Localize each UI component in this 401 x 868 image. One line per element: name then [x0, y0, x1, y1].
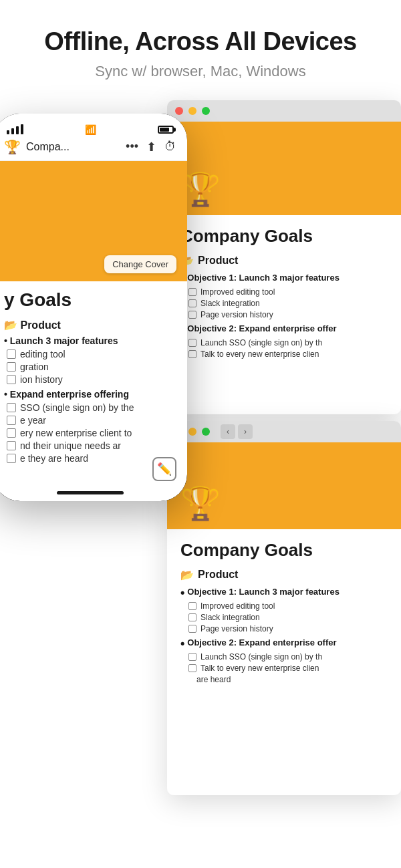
- checkbox-year-label: e year: [20, 415, 46, 426]
- browser-section-label-1: Product: [198, 255, 238, 267]
- more-icon[interactable]: •••: [126, 140, 138, 154]
- browser-cb-box-history-2[interactable]: [188, 625, 196, 633]
- phone-home-bar: [57, 491, 124, 494]
- browser-cb-slack-2: Slack integration: [180, 613, 388, 622]
- browser-cb-editing-1: Improved editing tool: [180, 287, 388, 297]
- browser-cb-box-client-1[interactable]: [188, 350, 196, 358]
- browser-trophy-icon-2: 🏆: [180, 485, 221, 523]
- browser-cb-history-2: Page version history: [180, 624, 388, 633]
- browser-cb-heard-2: are heard: [180, 675, 388, 684]
- browser-cb-box-client-2[interactable]: [188, 664, 196, 672]
- browser-cb-label-slack-2: Slack integration: [200, 613, 260, 622]
- section-icon: 📂: [4, 319, 20, 331]
- checkbox-slack-box[interactable]: [7, 362, 16, 372]
- browser-page-title-2: Company Goals: [180, 540, 388, 561]
- browser-cb-box-sso-1[interactable]: [188, 339, 196, 347]
- change-cover-button[interactable]: Change Cover: [104, 255, 176, 273]
- browser-cb-box-history-1[interactable]: [188, 311, 196, 319]
- checkbox-history-label: ion history: [20, 374, 63, 385]
- phone-checkbox-needs: nd their unique needs ar: [4, 440, 176, 451]
- browser-cb-box-slack-2[interactable]: [188, 613, 196, 621]
- phone-objective-2: • Expand enterprise offering: [4, 389, 176, 400]
- browser-cb-box-editing-2[interactable]: [188, 602, 196, 610]
- checkbox-needs-label: nd their unique needs ar: [20, 440, 121, 451]
- checkbox-needs-box[interactable]: [7, 441, 16, 450]
- browser-cb-sso-2: Launch SSO (single sign on) by th: [180, 652, 388, 662]
- phone-mockup: 📶 🏆 Compa... ••• ⬆ ⏱ Change Cover: [0, 114, 187, 501]
- phone-checkbox-heard: e they are heard: [4, 453, 176, 464]
- phone-checkbox-history: ion history: [4, 374, 176, 385]
- compose-button[interactable]: ✏️: [152, 457, 176, 481]
- checkbox-sso-box[interactable]: [7, 403, 16, 412]
- browser-cb-sso-1: Launch SSO (single sign on) by th: [180, 338, 388, 347]
- browser-objective-2-2: • Objective 2: Expand enterprise offer: [180, 637, 388, 649]
- browser-back-btn[interactable]: ‹: [221, 424, 235, 439]
- browser-forward-btn[interactable]: ›: [238, 424, 253, 439]
- browser-section-icon-2: 📂: [180, 569, 194, 581]
- phone-cover: Change Cover: [0, 161, 187, 281]
- browser-window-1: 🏆 Company Goals 📂 Product • Objective 1:…: [167, 100, 401, 414]
- checkbox-client-box[interactable]: [7, 428, 16, 438]
- phone-checkbox-year: e year: [4, 415, 176, 426]
- phone-checkbox-client: ery new enterprise client to: [4, 428, 176, 438]
- phone-doc-content: y Goals 📂 Product • Launch 3 major featu…: [0, 281, 187, 474]
- main-title: Offline, Across All Devices: [13, 27, 388, 57]
- signal-bar-4: [21, 124, 23, 134]
- bullet-icon: •: [4, 335, 10, 346]
- share-icon[interactable]: ⬆: [146, 140, 156, 154]
- browser-cb-label-editing-2: Improved editing tool: [200, 601, 275, 611]
- browser-cb-history-1: Page version history: [180, 310, 388, 319]
- browser-objective-1-2: • Objective 1: Launch 3 major features: [180, 587, 388, 599]
- phone-checkbox-editing: editing tool: [4, 349, 176, 359]
- browser-page-title-1: Company Goals: [180, 226, 388, 247]
- browser-cover-2: 🏆: [167, 442, 401, 529]
- browser-cb-label-client-1: Talk to every new enterprise clien: [200, 349, 319, 359]
- phone-screen: 📶 🏆 Compa... ••• ⬆ ⏱ Change Cover: [0, 114, 187, 501]
- checkbox-editing-label: editing tool: [20, 349, 65, 359]
- minimize-dot-2[interactable]: [188, 428, 196, 436]
- browser-doc-2: Company Goals 📂 Product • Objective 1: L…: [167, 529, 401, 697]
- bullet-icon-2: •: [4, 389, 10, 400]
- browser-titlebar-2: ‹ ›: [167, 421, 401, 442]
- browser-window-2: ‹ › 🏆 Company Goals 📂 Product • Objectiv…: [167, 421, 401, 795]
- tab-trophy-icon: 🏆: [4, 139, 21, 155]
- browser-obj1-label-1: Objective 1: Launch 3 major features: [187, 273, 340, 283]
- checkbox-history-box[interactable]: [7, 375, 16, 384]
- browser-section-2: 📂 Product: [180, 569, 388, 581]
- browser-cb-box-slack-1[interactable]: [188, 299, 196, 307]
- devices-container: 📶 🏆 Compa... ••• ⬆ ⏱ Change Cover: [0, 100, 401, 815]
- browser-cb-slack-1: Slack integration: [180, 299, 388, 308]
- browser-doc-1: Company Goals 📂 Product • Objective 1: L…: [167, 215, 401, 372]
- close-dot-1[interactable]: [175, 107, 183, 115]
- checkbox-heard-box[interactable]: [7, 454, 16, 463]
- checkbox-editing-box[interactable]: [7, 349, 16, 359]
- browser-cb-client-2: Talk to every new enterprise clien: [180, 664, 388, 673]
- header-section: Offline, Across All Devices Sync w/ brow…: [0, 0, 401, 94]
- maximize-dot-2[interactable]: [202, 428, 210, 436]
- phone-status-bar: 📶: [0, 120, 187, 139]
- browser-objective-2-1: • Objective 2: Expand enterprise offer: [180, 323, 388, 335]
- checkbox-year-box[interactable]: [7, 416, 16, 425]
- phone-section-title: 📂 Product: [4, 319, 176, 331]
- browser-cb-box-sso-2[interactable]: [188, 653, 196, 661]
- phone-checkbox-sso: SSO (single sign on) by the: [4, 402, 176, 413]
- browser-content-2: 🏆 Company Goals 📂 Product • Objective 1:…: [167, 442, 401, 795]
- tab-actions: ••• ⬆ ⏱: [126, 140, 176, 154]
- browser-obj1-label-2: Objective 1: Launch 3 major features: [187, 587, 340, 597]
- checkbox-slack-label: gration: [20, 361, 49, 372]
- signal-bar-1: [7, 130, 9, 134]
- browser-cb-label-sso-1: Launch SSO (single sign on) by th: [200, 338, 322, 347]
- signal-bar-2: [11, 128, 14, 134]
- browser-cb-label-history-1: Page version history: [200, 310, 273, 319]
- browser-cb-box-editing-1[interactable]: [188, 288, 196, 296]
- browser-section-label-2: Product: [198, 569, 238, 581]
- browser-cb-label-history-2: Page version history: [200, 624, 273, 633]
- history-icon[interactable]: ⏱: [164, 140, 176, 154]
- maximize-dot-1[interactable]: [202, 107, 210, 115]
- battery-fill: [160, 128, 169, 132]
- checkbox-sso-label: SSO (single sign on) by the: [20, 402, 134, 413]
- browser-cb-client-1: Talk to every new enterprise clien: [180, 349, 388, 359]
- minimize-dot-1[interactable]: [188, 107, 196, 115]
- browser-titlebar-1: [167, 100, 401, 122]
- browser-cover-1: 🏆: [167, 122, 401, 215]
